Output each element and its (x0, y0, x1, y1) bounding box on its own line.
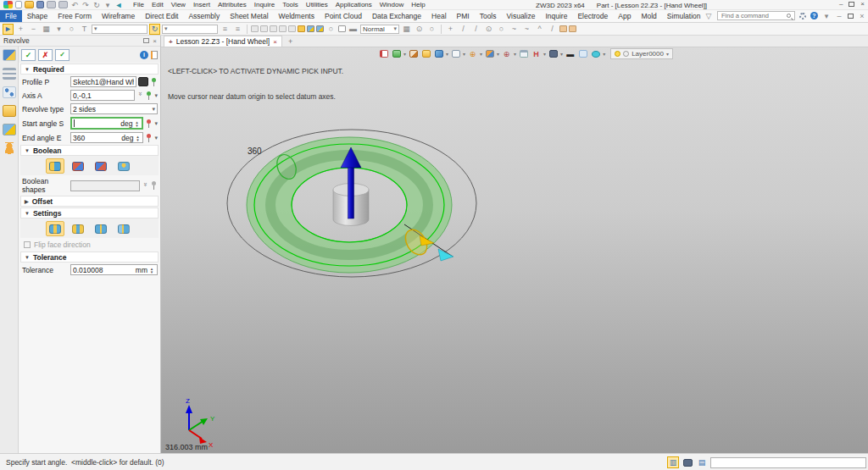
sketch-arc-icon[interactable]: ^ (534, 24, 545, 35)
section-boolean[interactable]: ▼ Boolean (20, 145, 159, 156)
new-tab-button[interactable]: + (288, 37, 292, 46)
panel-close-icon[interactable]: × (153, 37, 157, 45)
input-mode-icon[interactable]: ▥ (667, 456, 679, 468)
menu-item[interactable]: View (171, 1, 186, 8)
cancel-button[interactable]: ✗ (38, 49, 53, 61)
doc-restore-button[interactable] (848, 14, 854, 19)
ribbon-tab[interactable]: Heal (426, 10, 451, 22)
ribbon-tab[interactable]: Sheet Metal (225, 10, 273, 22)
undo-icon[interactable]: ↶ (70, 0, 79, 9)
wireframe-caret-icon[interactable]: ▾ (463, 51, 465, 57)
reuse-selection-button[interactable] (138, 77, 148, 86)
pick-style-icon[interactable] (391, 49, 402, 59)
appearance-brush-icon[interactable] (408, 49, 419, 59)
end-angle-options-icon[interactable]: ▾ (154, 135, 158, 141)
background-icon[interactable] (484, 49, 495, 59)
history-tree-icon[interactable] (3, 68, 16, 80)
doc-minimize-button[interactable]: – (835, 11, 843, 20)
menu-item[interactable]: Utilities (306, 1, 328, 8)
end-angle-spinner[interactable]: ▴▾ (134, 135, 141, 141)
tolerance-input[interactable]: 0.010008 mm ▴▾ (70, 264, 158, 275)
layer-tool-icon[interactable]: ▦ (401, 24, 412, 35)
role-manager-icon[interactable] (3, 142, 16, 154)
auto-regen-icon[interactable]: ↻ (149, 24, 160, 35)
app-logo-icon[interactable] (3, 1, 13, 8)
panel-toggle-icon[interactable]: ▤ (696, 456, 708, 468)
note-icon[interactable] (338, 25, 346, 32)
menu-item[interactable]: Edit (152, 1, 164, 8)
save-icon[interactable] (36, 1, 44, 8)
start-angle-options-icon[interactable]: ▾ (154, 120, 158, 127)
zoom-caret-icon[interactable]: ▾ (514, 51, 516, 57)
material-icon[interactable] (316, 25, 324, 32)
flip-face-checkbox[interactable] (24, 241, 31, 248)
close-button[interactable]: × (860, 0, 865, 8)
annotation-icon[interactable]: T (79, 24, 90, 35)
filter-combo[interactable]: ▾ (92, 25, 147, 34)
ribbon-tab[interactable]: Free Form (53, 10, 97, 22)
folder-icon[interactable] (298, 25, 305, 32)
layer-visibility-icon[interactable] (615, 51, 620, 57)
ribbon-tab[interactable]: Mold (636, 10, 661, 22)
restore-button[interactable] (849, 2, 854, 7)
help-dropdown-icon[interactable]: ▾ (822, 11, 831, 20)
background-caret-icon[interactable]: ▾ (497, 51, 499, 57)
qat-customize-icon[interactable]: ▾ (103, 0, 112, 9)
boolean-intersect-button[interactable] (114, 158, 133, 174)
sketch-curve-icon[interactable]: ~ (521, 24, 532, 35)
assembly-tree-icon[interactable] (3, 86, 16, 98)
exit-command-icon[interactable] (378, 49, 389, 59)
align-bottom-icon[interactable]: ≡ (232, 24, 243, 35)
sketch-circle-center-icon[interactable]: ⊙ (483, 24, 494, 35)
menu-item[interactable]: Applications (336, 1, 372, 8)
axis-input[interactable]: 0,-0,1 (70, 90, 135, 101)
menu-item[interactable]: Insert (193, 1, 210, 8)
section-caret-icon[interactable]: ▾ (543, 51, 546, 57)
info-icon[interactable]: i (140, 51, 148, 59)
ribbon-tab[interactable]: PMI (452, 10, 475, 22)
ok-button[interactable]: ✓ (21, 49, 36, 61)
menu-item[interactable]: Tools (282, 1, 298, 8)
drag-hand-icon[interactable] (559, 25, 567, 32)
zoom-out-icon[interactable]: − (28, 24, 39, 35)
menu-item[interactable]: Attributes (218, 1, 247, 8)
material-box-icon[interactable] (420, 49, 431, 59)
document-tab[interactable]: + Lesson 22.Z3 - [Hand Wheel] × (164, 36, 282, 47)
zoom-in-icon[interactable]: + (15, 24, 26, 35)
boolean-add-button[interactable] (69, 158, 87, 174)
print-icon[interactable] (47, 1, 56, 8)
viewport[interactable]: 360 Z Y X (161, 47, 868, 453)
menu-item[interactable]: Inquire (254, 1, 275, 8)
search-icon[interactable] (787, 14, 791, 18)
grid-dropdown-icon[interactable]: ▾ (53, 24, 64, 35)
view-orient-icon[interactable]: ⊕ (467, 49, 478, 59)
constraint-icon-5[interactable] (288, 25, 296, 32)
monitor-icon[interactable] (548, 49, 559, 59)
extend-option-1-button[interactable] (46, 221, 64, 236)
ribbon-tab[interactable]: Visualize (502, 10, 541, 22)
curvature-caret-icon[interactable]: ▾ (603, 51, 605, 57)
sketch-line2-icon[interactable]: / (470, 24, 481, 35)
edge-display-icon[interactable]: ▬ (565, 49, 576, 59)
visual-manager-icon[interactable] (3, 124, 16, 135)
curvature-icon[interactable] (590, 49, 601, 59)
doc-close-button[interactable]: × (858, 11, 866, 20)
image-icon[interactable] (307, 25, 314, 32)
menu-item[interactable]: File (133, 1, 144, 8)
menu-item[interactable]: Window (380, 1, 403, 8)
constraint-icon-3[interactable] (270, 25, 277, 32)
command-line-input[interactable] (710, 457, 866, 468)
shaded-display-icon[interactable] (433, 49, 444, 59)
end-angle-input[interactable]: 360 deg ▴▾ (70, 132, 143, 143)
pick-style-caret-icon[interactable]: ▾ (403, 51, 406, 57)
revolve-tool-icon[interactable] (3, 49, 16, 61)
section-tolerance[interactable]: ▼ Tolerance (20, 252, 159, 263)
ribbon-tab[interactable]: Tools (475, 10, 502, 22)
section-view-icon[interactable]: H (531, 49, 542, 59)
grid-snap-icon[interactable]: ▦ (41, 24, 52, 35)
ribbon-tab[interactable]: App (613, 10, 636, 22)
history-icon[interactable]: ○ (326, 24, 337, 35)
panel-float-icon[interactable] (143, 38, 149, 43)
display-mode-icon[interactable]: ▬ (348, 24, 359, 35)
ribbon-tab[interactable]: Point Cloud (320, 10, 367, 22)
